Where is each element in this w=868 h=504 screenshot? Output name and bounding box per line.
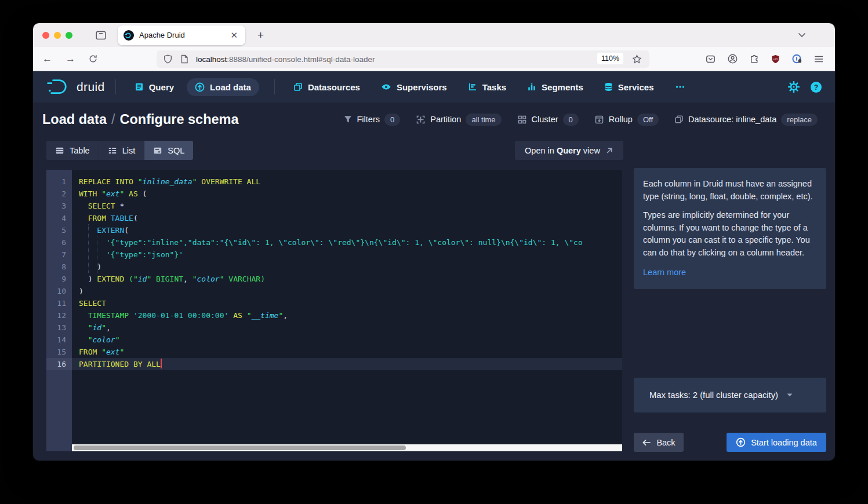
- druid-console: druid QueryLoad dataDatasourcesSuperviso…: [33, 71, 835, 461]
- browser-tab[interactable]: Apache Druid ✕: [118, 25, 245, 45]
- nav-item-supervisors[interactable]: Supervisors: [373, 78, 455, 96]
- nav-item-segments[interactable]: Segments: [519, 78, 591, 96]
- reload-icon[interactable]: [89, 54, 97, 63]
- bookmark-star-icon[interactable]: [632, 54, 642, 64]
- url-bar[interactable]: localhost:8888/unified-console.html#sql-…: [157, 50, 649, 68]
- start-loading-label: Start loading data: [751, 438, 817, 447]
- back-button[interactable]: Back: [634, 433, 684, 452]
- start-loading-data-button[interactable]: Start loading data: [727, 433, 826, 452]
- line-number: 9: [46, 273, 72, 285]
- code-text: "id",: [72, 322, 622, 334]
- view-tab-sql[interactable]: SQL: [144, 141, 193, 160]
- start-loading-icon: [736, 437, 746, 447]
- screen: Apache Druid ✕ + ← →: [0, 0, 868, 504]
- line-number: 4: [46, 212, 72, 224]
- line-number: 5: [46, 224, 72, 236]
- step-chip-partition[interactable]: Partitionall time: [416, 114, 501, 126]
- ublock-shield-icon[interactable]: uO: [771, 54, 780, 64]
- nav-item-tasks[interactable]: Tasks: [460, 78, 514, 96]
- druid-navbar: druid QueryLoad dataDatasourcesSuperviso…: [33, 71, 835, 103]
- code-text: '{"type":"json"}': [72, 249, 622, 261]
- chip-label: Partition: [430, 115, 461, 124]
- tab-manager-icon[interactable]: [96, 31, 106, 40]
- arrow-top-right-icon: [605, 147, 613, 155]
- code-line: 2WITH "ext" AS (: [46, 188, 622, 200]
- code-text: SELECT *: [72, 200, 622, 212]
- browser-window: Apache Druid ✕ + ← →: [33, 23, 835, 461]
- view-tab-group: TableListSQL: [46, 141, 193, 160]
- nav-item-more[interactable]: [667, 78, 693, 96]
- scrollbar-thumb[interactable]: [74, 445, 406, 450]
- druid-logo[interactable]: druid: [46, 78, 105, 96]
- open-in-query-button[interactable]: Open in Query view: [515, 141, 623, 160]
- view-tab-label: List: [122, 146, 136, 155]
- browser-toolbar: ← → localhost:8888/unified-console.: [33, 47, 835, 71]
- account-icon[interactable]: [728, 54, 738, 64]
- chip-badge: all time: [466, 114, 501, 126]
- step-chip-datasource[interactable]: Datasource: inline_datareplace: [674, 114, 818, 126]
- line-number: 14: [46, 334, 72, 346]
- forward-nav-icon[interactable]: →: [66, 53, 75, 65]
- learn-more-link[interactable]: Learn more: [643, 266, 817, 279]
- step-chip-cluster[interactable]: Cluster0: [517, 114, 579, 126]
- url-text: localhost:8888/unified-console.html#sql-…: [196, 55, 375, 64]
- max-tasks-dropdown[interactable]: Max tasks: 2 (full cluster capacity): [634, 378, 826, 412]
- tracking-shield-icon[interactable]: [164, 54, 172, 64]
- back-label: Back: [656, 438, 675, 447]
- line-number: 12: [46, 309, 72, 322]
- side-panel: Each column in Druid must have an assign…: [634, 168, 826, 452]
- page-title: Configure schema: [120, 112, 239, 127]
- pocket-icon[interactable]: [706, 54, 716, 64]
- step-chip-rollup[interactable]: RollupOff: [594, 114, 659, 126]
- nav-item-datasources[interactable]: Datasources: [285, 78, 368, 96]
- nav-divider: [274, 79, 275, 94]
- nav-item-load-data[interactable]: Load data: [187, 78, 259, 96]
- list-tabs-chevron-icon[interactable]: [798, 31, 806, 39]
- new-tab-button[interactable]: +: [257, 29, 264, 42]
- druid-favicon: [124, 30, 134, 41]
- wizard-footer: Back Start loading data: [634, 433, 826, 452]
- back-nav-icon[interactable]: ←: [42, 53, 52, 65]
- druid-wordmark: druid: [77, 80, 105, 94]
- line-number: 6: [46, 236, 72, 249]
- nav-item-services[interactable]: Services: [596, 78, 662, 96]
- nav-item-query[interactable]: Query: [126, 78, 182, 96]
- chip-label: Filters: [357, 115, 380, 124]
- scrollbar-track[interactable]: [72, 444, 622, 451]
- nav-divider: [115, 79, 116, 94]
- view-tab-table[interactable]: Table: [46, 141, 99, 160]
- step-chip-filters[interactable]: Filters0: [343, 114, 401, 126]
- line-number: 7: [46, 249, 72, 261]
- chip-badge: 0: [384, 114, 400, 126]
- password-manager-icon[interactable]: [792, 54, 802, 64]
- minimize-window-button[interactable]: [54, 32, 61, 39]
- code-lines: 1REPLACE INTO "inline_data" OVERWRITE AL…: [46, 170, 622, 444]
- close-window-button[interactable]: [42, 32, 49, 39]
- code-text: WITH "ext" AS (: [72, 188, 622, 200]
- tab-close-icon[interactable]: ✕: [228, 30, 239, 41]
- menu-hamburger-icon[interactable]: [814, 55, 823, 63]
- gear-icon[interactable]: [788, 81, 800, 93]
- sql-editor[interactable]: 1REPLACE INTO "inline_data" OVERWRITE AL…: [46, 170, 622, 451]
- sql-icon: [153, 146, 162, 155]
- window-controls: [42, 32, 72, 39]
- zoom-level-button[interactable]: 110%: [597, 53, 623, 64]
- code-text: TIMESTAMP '2000-01-01 00:00:00' AS "__ti…: [72, 309, 622, 322]
- help-icon[interactable]: ?: [810, 81, 822, 93]
- chip-badge: Off: [637, 114, 659, 126]
- caret-down-icon: [786, 393, 793, 397]
- line-number: 15: [46, 346, 72, 358]
- supervisors-icon: [381, 82, 391, 92]
- view-tab-list[interactable]: List: [99, 141, 145, 160]
- code-line: 16PARTITIONED BY ALL: [46, 358, 622, 370]
- nav-item-label: Supervisors: [397, 82, 447, 92]
- zoom-window-button[interactable]: [66, 32, 72, 39]
- breadcrumb-section[interactable]: Load data: [42, 112, 107, 127]
- load-data-icon: [195, 82, 205, 92]
- code-line: 6 '{"type":"inline","data":"{\"id\": 1, …: [46, 236, 622, 249]
- extensions-puzzle-icon[interactable]: [750, 54, 759, 64]
- svg-text:uO: uO: [773, 57, 778, 60]
- code-line: 12 TIMESTAMP '2000-01-01 00:00:00' AS "_…: [46, 309, 622, 322]
- druid-logo-icon: [46, 78, 72, 96]
- page-info-icon[interactable]: [180, 54, 188, 64]
